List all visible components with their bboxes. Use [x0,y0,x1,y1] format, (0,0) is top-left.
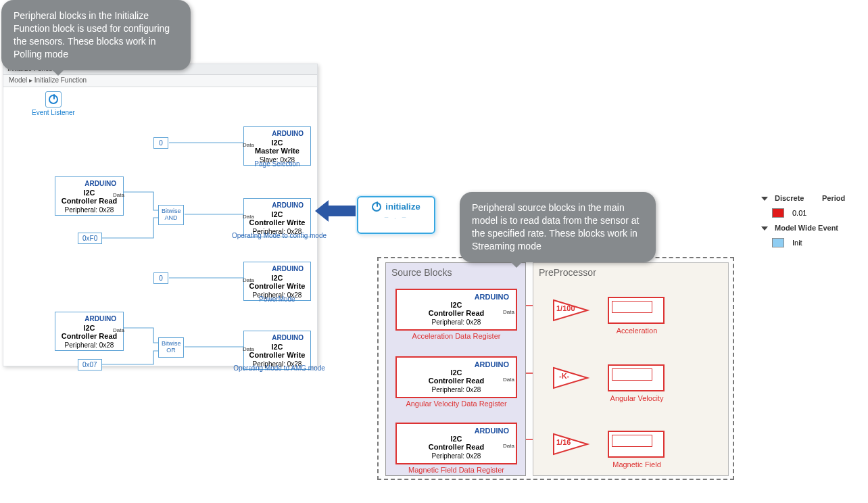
label-power-mode: PowerMode [230,295,324,303]
port-data-out: Data [503,377,514,383]
i2c-read-accel[interactable]: ARDUINO I2C Controller Read Peripheral: … [395,289,517,331]
initialize-label: initialize [385,201,420,212]
w-l2: Controller Write [248,218,306,226]
initialize-function-block[interactable]: initialize – . – [357,196,435,234]
port-data-in: Data [243,214,254,220]
label-mag-reg: Magnetic Field Data Register [395,466,517,474]
constant-0x07[interactable]: 0x07 [78,359,102,370]
r-l1: I2C [59,189,119,197]
i2c-controller-read-2[interactable]: ARDUINO I2C Controller Read Peripheral: … [55,312,124,351]
vendor-label: ARDUINO [401,427,512,435]
chevron-down-icon[interactable] [761,226,768,231]
event-listener-label: Event Listener [32,109,75,116]
arrow-annotation [315,200,360,222]
main-model-panel[interactable]: Source Blocks ARDUINO I2C Controller Rea… [377,257,734,480]
scope-mag[interactable] [608,431,665,458]
gain-mag-value: 1/16 [556,438,571,446]
label-page-selection: Page Selection [230,160,324,168]
vendor-label: ARDUINO [59,180,119,187]
gain-accel[interactable]: 1/100 [554,300,587,320]
w-l2b: Controller Write [248,282,306,290]
or-l2: OR [162,348,180,354]
init-canvas[interactable]: Event Listener 0 ARDUINO I2C Master Writ… [3,87,317,366]
gain-mag[interactable]: 1/16 [554,434,587,454]
bitwise-and-block[interactable]: Bitwise AND [158,205,184,225]
port-data-out: Data [503,309,514,315]
r-l3: Peripheral: 0x28 [59,206,119,214]
label-scope-angvel: Angular Velocity [600,394,674,402]
mw-l2: Master Write [248,147,306,155]
rr-l3: Peripheral: 0x28 [401,318,512,326]
callout-main-model: Peripheral source blocks in the main mod… [460,192,656,262]
r2-l3: Peripheral: 0x28 [59,341,119,349]
w-l1b: I2C [248,274,306,282]
legend-swatch-event [772,238,784,247]
legend-header-period: Period [818,193,849,203]
legend-value-event: Init [788,237,806,248]
source-blocks-subsystem[interactable]: Source Blocks ARDUINO I2C Controller Rea… [385,262,526,476]
vendor-label: ARDUINO [248,334,306,341]
rr2-l2: Controller Read [401,377,512,385]
legend-header-discrete: Discrete [771,193,818,203]
callout-init-function: Peripheral blocks in the Initialize Func… [1,0,191,70]
event-listener-block[interactable]: Event Listener [32,91,75,116]
sample-time-legend[interactable]: Discrete Period 0.01 Model Wide Event In… [757,191,867,250]
port-data-in: Data [243,142,254,148]
initialize-function-panel: Initialize Function Model ▸ Initialize F… [3,64,318,366]
scope-angvel[interactable] [608,364,665,391]
rr3-l3: Peripheral: 0x28 [401,452,512,460]
gain-angvel-value: -K- [559,372,569,380]
vendor-label: ARDUINO [59,315,119,322]
breadcrumb-root[interactable]: Model [9,76,27,84]
preprocessor-title: PreProcessor [533,263,728,279]
w-l1c: I2C [248,343,306,351]
port-data-out: Data [113,192,124,198]
label-amg-mode: Operating Mode to AMG mode [225,364,333,372]
power-icon [49,95,58,104]
constant-0-top[interactable]: 0 [153,137,168,149]
legend-value-period: 0.01 [788,208,811,218]
and-l2: AND [162,215,180,222]
vendor-label: ARDUINO [401,293,512,301]
rr2-l1: I2C [401,368,512,377]
source-blocks-title: Source Blocks [386,263,525,279]
legend-header-event: Model Wide Event [771,222,842,233]
rr-l1: I2C [401,301,512,309]
r2-l2: Controller Read [59,332,119,340]
rr2-l3: Peripheral: 0x28 [401,386,512,393]
i2c-read-angvel[interactable]: ARDUINO I2C Controller Read Peripheral: … [395,356,517,398]
constant-0xf0[interactable]: 0xF0 [78,233,102,244]
w-l2c: Controller Write [248,351,306,359]
vendor-label: ARDUINO [248,201,306,209]
label-scope-accel: Acceleration [600,327,674,335]
label-cfg-mode: Operating Mode to config mode [225,232,333,239]
scope-accel[interactable] [608,297,665,324]
gain-angvel[interactable]: -K- [554,368,587,388]
constant-0-mid[interactable]: 0 [153,272,168,284]
i2c-read-mag[interactable]: ARDUINO I2C Controller Read Peripheral: … [395,423,517,464]
r2-l1: I2C [59,324,119,332]
port-data-in: Data [243,346,254,352]
label-angvel-reg: Angular Velocity Data Register [395,400,517,408]
legend-swatch-discrete [772,208,784,218]
rr3-l1: I2C [401,435,512,443]
label-accel-reg: Acceleration Data Register [395,332,517,340]
label-scope-mag: Magnetic Field [600,460,674,469]
rr-l2: Controller Read [401,309,512,317]
preprocessor-subsystem[interactable]: PreProcessor 1/100 Acceleration -K- Angu… [533,262,729,476]
port-data-out: Data [503,443,514,449]
vendor-label: ARDUINO [248,130,306,137]
power-icon [372,202,381,212]
i2c-controller-read-1[interactable]: ARDUINO I2C Controller Read Peripheral: … [55,176,124,216]
r-l2: Controller Read [59,197,119,205]
bitwise-or-block[interactable]: Bitwise OR [158,337,184,358]
init-block-decoration: – . – [358,213,434,220]
vendor-label: ARDUINO [248,265,306,272]
port-data-in: Data [243,277,254,283]
rr3-l2: Controller Read [401,443,512,451]
port-data-out: Data [113,327,124,333]
gain-accel-value: 1/100 [556,304,575,312]
mw-l1: I2C [248,139,306,147]
w-l1: I2C [248,210,306,218]
chevron-down-icon[interactable] [761,197,768,201]
